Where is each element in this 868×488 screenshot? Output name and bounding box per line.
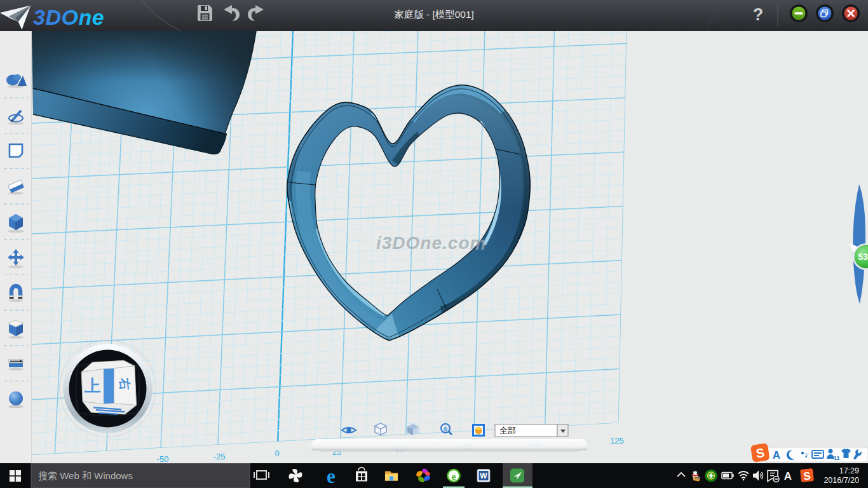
svg-text:53: 53 [858, 252, 868, 262]
svg-text:上: 上 [84, 377, 100, 395]
svg-text:125: 125 [610, 436, 624, 445]
svg-text:A: A [784, 470, 792, 482]
svg-text:全部: 全部 [499, 426, 516, 435]
svg-text:?: ? [753, 5, 764, 24]
svg-text:e: e [452, 471, 456, 482]
svg-text:0: 0 [275, 449, 279, 458]
svg-text:17:29: 17:29 [839, 466, 859, 475]
svg-text:2016/7/20: 2016/7/20 [824, 476, 859, 485]
svg-text:A: A [773, 449, 780, 461]
svg-text:-50: -50 [157, 454, 169, 464]
svg-text:右: 右 [118, 377, 132, 391]
svg-text:-25: -25 [214, 452, 226, 461]
svg-text:e: e [327, 465, 336, 487]
svg-text:S: S [803, 470, 811, 482]
svg-text:W: W [480, 471, 487, 480]
svg-text:i3DOne.com: i3DOne.com [376, 233, 486, 253]
svg-text:搜索 Web 和 Windows: 搜索 Web 和 Windows [38, 470, 133, 481]
svg-text:3DOne: 3DOne [33, 5, 104, 29]
svg-text:11: 11 [834, 455, 840, 461]
svg-text:家庭版 - [模型001]: 家庭版 - [模型001] [394, 9, 474, 20]
